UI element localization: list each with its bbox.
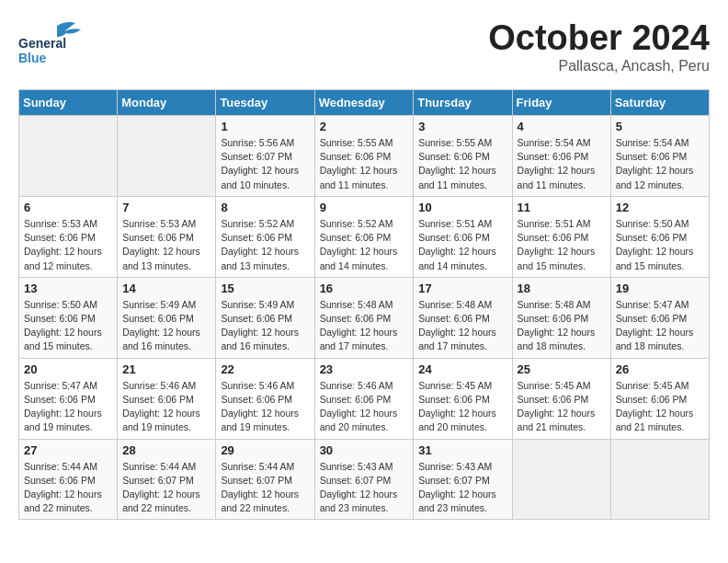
day-number: 9 [320,201,409,214]
col-header-monday: Monday [118,90,216,116]
day-number: 16 [320,282,409,295]
calendar-cell: 26Sunrise: 5:45 AMSunset: 6:06 PMDayligh… [610,358,709,439]
day-info: Sunrise: 5:49 AMSunset: 6:06 PMDaylight:… [122,298,210,354]
day-number: 21 [122,362,210,376]
day-info: Sunrise: 5:44 AMSunset: 6:06 PMDaylight:… [24,460,112,516]
logo: General Blue [18,18,92,66]
calendar-week-5: 27Sunrise: 5:44 AMSunset: 6:06 PMDayligh… [19,439,710,520]
calendar-cell: 10Sunrise: 5:51 AMSunset: 6:06 PMDayligh… [414,196,512,277]
title-block: October 2024 Pallasca, Ancash, Peru [488,18,710,75]
calendar-cell: 14Sunrise: 5:49 AMSunset: 6:06 PMDayligh… [118,277,216,358]
day-info: Sunrise: 5:55 AMSunset: 6:06 PMDaylight:… [418,136,506,192]
calendar-cell: 17Sunrise: 5:48 AMSunset: 6:06 PMDayligh… [414,277,512,358]
col-header-wednesday: Wednesday [314,90,414,116]
day-number: 17 [418,282,506,295]
calendar-header-row: SundayMondayTuesdayWednesdayThursdayFrid… [19,90,710,116]
day-info: Sunrise: 5:52 AMSunset: 6:06 PMDaylight:… [221,217,309,273]
calendar-cell: 6Sunrise: 5:53 AMSunset: 6:06 PMDaylight… [19,196,118,277]
calendar-cell [512,439,610,520]
day-info: Sunrise: 5:43 AMSunset: 6:07 PMDaylight:… [418,460,506,516]
day-info: Sunrise: 5:55 AMSunset: 6:06 PMDaylight:… [320,136,409,192]
calendar-cell: 31Sunrise: 5:43 AMSunset: 6:07 PMDayligh… [414,439,512,520]
calendar-cell [19,116,118,197]
day-number: 10 [418,201,506,214]
calendar-cell: 25Sunrise: 5:45 AMSunset: 6:06 PMDayligh… [512,358,610,439]
calendar-week-2: 6Sunrise: 5:53 AMSunset: 6:06 PMDaylight… [19,196,710,277]
day-number: 19 [616,282,704,295]
calendar-cell [118,116,216,197]
day-info: Sunrise: 5:51 AMSunset: 6:06 PMDaylight:… [418,217,506,273]
calendar-cell: 4Sunrise: 5:54 AMSunset: 6:06 PMDaylight… [512,116,610,197]
calendar-cell: 7Sunrise: 5:53 AMSunset: 6:06 PMDaylight… [118,196,216,277]
calendar-cell: 16Sunrise: 5:48 AMSunset: 6:06 PMDayligh… [314,277,414,358]
calendar-cell: 5Sunrise: 5:54 AMSunset: 6:06 PMDaylight… [610,116,709,197]
day-info: Sunrise: 5:56 AMSunset: 6:07 PMDaylight:… [221,136,309,192]
col-header-thursday: Thursday [414,90,512,116]
col-header-tuesday: Tuesday [216,90,314,116]
calendar-cell: 29Sunrise: 5:44 AMSunset: 6:07 PMDayligh… [216,439,314,520]
day-number: 1 [221,120,309,133]
day-number: 12 [616,201,704,214]
calendar-cell: 28Sunrise: 5:44 AMSunset: 6:07 PMDayligh… [118,439,216,520]
day-info: Sunrise: 5:44 AMSunset: 6:07 PMDaylight:… [221,460,309,516]
calendar-cell [610,439,709,520]
calendar-cell: 18Sunrise: 5:48 AMSunset: 6:06 PMDayligh… [512,277,610,358]
day-number: 15 [221,282,309,295]
calendar-week-4: 20Sunrise: 5:47 AMSunset: 6:06 PMDayligh… [19,358,710,439]
calendar-cell: 13Sunrise: 5:50 AMSunset: 6:06 PMDayligh… [19,277,118,358]
day-info: Sunrise: 5:45 AMSunset: 6:06 PMDaylight:… [418,379,506,435]
day-info: Sunrise: 5:46 AMSunset: 6:06 PMDaylight:… [320,379,409,435]
day-number: 24 [418,362,506,376]
svg-text:Blue: Blue [18,51,47,65]
day-number: 5 [616,120,704,133]
calendar-week-1: 1Sunrise: 5:56 AMSunset: 6:07 PMDaylight… [19,116,710,197]
day-number: 22 [221,362,309,376]
calendar-cell: 11Sunrise: 5:51 AMSunset: 6:06 PMDayligh… [512,196,610,277]
day-info: Sunrise: 5:47 AMSunset: 6:06 PMDaylight:… [24,379,112,435]
logo-svg: General Blue [18,18,92,66]
col-header-friday: Friday [512,90,610,116]
day-number: 31 [418,443,506,457]
calendar-cell: 30Sunrise: 5:43 AMSunset: 6:07 PMDayligh… [314,439,414,520]
calendar-table: SundayMondayTuesdayWednesdayThursdayFrid… [18,89,710,520]
day-info: Sunrise: 5:54 AMSunset: 6:06 PMDaylight:… [518,136,606,192]
calendar-cell: 22Sunrise: 5:46 AMSunset: 6:06 PMDayligh… [216,358,314,439]
calendar-cell: 15Sunrise: 5:49 AMSunset: 6:06 PMDayligh… [216,277,314,358]
month-title: October 2024 [488,18,710,58]
day-info: Sunrise: 5:47 AMSunset: 6:06 PMDaylight:… [616,298,704,354]
day-number: 7 [122,201,210,214]
day-info: Sunrise: 5:48 AMSunset: 6:06 PMDaylight:… [518,298,606,354]
calendar-week-3: 13Sunrise: 5:50 AMSunset: 6:06 PMDayligh… [19,277,710,358]
day-info: Sunrise: 5:50 AMSunset: 6:06 PMDaylight:… [24,298,112,354]
day-info: Sunrise: 5:48 AMSunset: 6:06 PMDaylight:… [418,298,506,354]
calendar-cell: 24Sunrise: 5:45 AMSunset: 6:06 PMDayligh… [414,358,512,439]
col-header-saturday: Saturday [610,90,709,116]
calendar-cell: 27Sunrise: 5:44 AMSunset: 6:06 PMDayligh… [19,439,118,520]
day-info: Sunrise: 5:45 AMSunset: 6:06 PMDaylight:… [616,379,704,435]
day-info: Sunrise: 5:45 AMSunset: 6:06 PMDaylight:… [518,379,606,435]
day-info: Sunrise: 5:53 AMSunset: 6:06 PMDaylight:… [24,217,112,273]
day-info: Sunrise: 5:52 AMSunset: 6:06 PMDaylight:… [320,217,409,273]
svg-text:General: General [18,36,66,51]
calendar-cell: 8Sunrise: 5:52 AMSunset: 6:06 PMDaylight… [216,196,314,277]
day-number: 30 [320,443,409,457]
day-number: 6 [24,201,112,214]
day-number: 29 [221,443,309,457]
day-number: 4 [518,120,606,133]
day-number: 20 [24,362,112,376]
day-info: Sunrise: 5:50 AMSunset: 6:06 PMDaylight:… [616,217,704,273]
location-title: Pallasca, Ancash, Peru [488,58,710,75]
day-info: Sunrise: 5:54 AMSunset: 6:06 PMDaylight:… [616,136,704,192]
day-info: Sunrise: 5:44 AMSunset: 6:07 PMDaylight:… [122,460,210,516]
day-number: 13 [24,282,112,295]
day-number: 28 [122,443,210,457]
page-header: General Blue October 2024 Pallasca, Anca… [18,18,710,75]
calendar-cell: 1Sunrise: 5:56 AMSunset: 6:07 PMDaylight… [216,116,314,197]
day-number: 23 [320,362,409,376]
day-info: Sunrise: 5:49 AMSunset: 6:06 PMDaylight:… [221,298,309,354]
day-info: Sunrise: 5:43 AMSunset: 6:07 PMDaylight:… [320,460,409,516]
day-number: 2 [320,120,409,133]
day-info: Sunrise: 5:46 AMSunset: 6:06 PMDaylight:… [122,379,210,435]
calendar-cell: 20Sunrise: 5:47 AMSunset: 6:06 PMDayligh… [19,358,118,439]
col-header-sunday: Sunday [19,90,118,116]
